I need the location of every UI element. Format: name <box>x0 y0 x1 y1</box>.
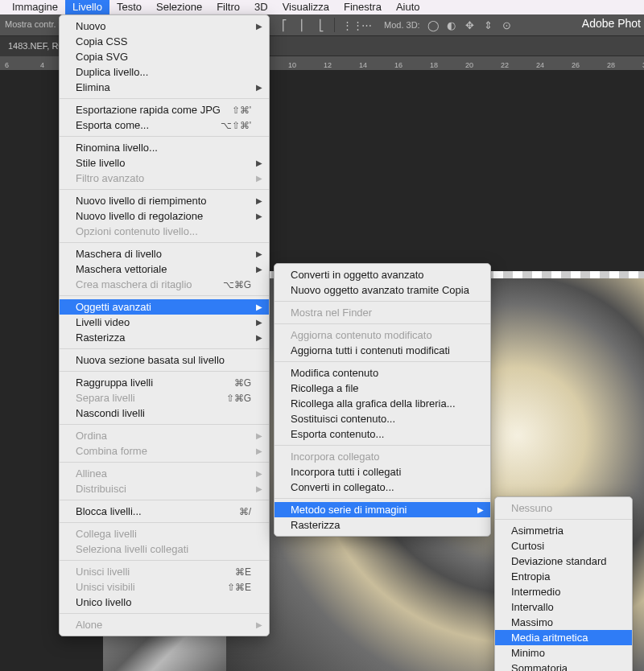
menu-item-label: Nuovo <box>76 20 106 32</box>
menubar-item-immagine[interactable]: Immagine <box>5 0 65 14</box>
menubar-item-3d[interactable]: 3D <box>247 0 275 14</box>
menu-item-label: Massimo <box>511 616 553 628</box>
align-right-icon[interactable]: ⎣ <box>316 19 327 31</box>
orbit-icon[interactable]: ◯ <box>427 19 439 31</box>
menu-item-label: Aggiorna tutti i contenuti modificati <box>291 344 450 356</box>
layer-menu-item[interactable]: Duplica livello... <box>60 64 269 80</box>
layer-menu-item[interactable]: Copia SVG <box>60 49 269 64</box>
layer-menu-item[interactable]: Blocca livelli...⌘/ <box>60 504 269 519</box>
menu-separator <box>60 371 269 372</box>
stack-mode-item[interactable]: Deviazione standard <box>495 554 632 569</box>
menu-item-label: Aggiorna contenuto modificato <box>291 329 432 341</box>
menu-item-label: Unisci livelli <box>76 566 130 578</box>
menu-item-label: Distribuisci <box>76 483 126 495</box>
stack-mode-item[interactable]: Intermedio <box>495 584 632 599</box>
roll-icon[interactable]: ◐ <box>446 19 457 31</box>
menu-separator <box>275 445 490 446</box>
smart-objects-item[interactable]: Metodo serie di immagini▶ <box>275 502 490 517</box>
layer-menu-item[interactable]: Esportazione rapida come JPG⇧⌘' <box>60 102 269 117</box>
stack-mode-item[interactable]: Minimo <box>495 645 632 661</box>
smart-objects-item[interactable]: Ricollega a file <box>275 381 490 396</box>
layer-menu-item: Alone▶ <box>60 617 269 632</box>
layer-menu-item[interactable]: Unico livello <box>60 595 269 610</box>
layer-menu-item[interactable]: Copia CSS <box>60 34 269 49</box>
layer-menu-item[interactable]: Nuovo livello di riempimento▶ <box>60 193 269 208</box>
stack-mode-item[interactable]: Entropia <box>495 569 632 584</box>
menu-shortcut: ⌘E <box>235 566 251 578</box>
menu-shortcut: ⌘G <box>234 377 251 389</box>
menu-item-label: Converti in collegato... <box>291 481 394 493</box>
menubar-item-testo[interactable]: Testo <box>109 0 149 14</box>
submenu-arrow-icon: ▶ <box>256 22 262 31</box>
menu-separator <box>60 500 269 500</box>
stack-mode-item[interactable]: Asimmetria <box>495 523 632 538</box>
smart-objects-item[interactable]: Nuovo oggetto avanzato tramite Copia <box>275 282 490 298</box>
stack-mode-item[interactable]: Massimo <box>495 615 632 630</box>
ruler-tick: 4 <box>40 61 44 69</box>
menu-item-label: Entropia <box>511 570 550 582</box>
menubar-item-filtro[interactable]: Filtro <box>209 0 247 14</box>
layer-menu-item[interactable]: Nuova sezione basata sul livello <box>60 352 269 368</box>
align-left-icon[interactable]: ⎡ <box>279 19 290 31</box>
smart-objects-item[interactable]: Incorpora tutti i collegati <box>275 464 490 480</box>
ruler-tick: 20 <box>465 61 473 69</box>
menu-item-label: Maschera di livello <box>76 248 162 260</box>
align-center-icon[interactable]: ⎢ <box>297 19 308 31</box>
menubar-item-finestra[interactable]: Finestra <box>336 0 389 14</box>
slide-icon[interactable]: ⇕ <box>483 19 494 31</box>
layer-menu-item[interactable]: Rinomina livello... <box>60 140 269 155</box>
submenu-arrow-icon: ▶ <box>256 174 262 183</box>
arrange-icon[interactable]: ⋮⋮ <box>342 19 353 31</box>
menu-item-label: Nuova sezione basata sul livello <box>76 354 225 366</box>
smart-objects-item[interactable]: Esporta contenuto... <box>275 426 490 442</box>
layer-menu-item[interactable]: Livelli video▶ <box>60 315 269 330</box>
menu-item-label: Collega livelli <box>76 528 137 540</box>
layer-menu-item[interactable]: Oggetti avanzati▶ <box>60 299 269 315</box>
layer-menu-item[interactable]: Raggruppa livelli⌘G <box>60 375 269 390</box>
more-icon[interactable]: ⋯ <box>361 19 372 31</box>
ruler-tick: 26 <box>572 61 580 69</box>
menubar-item-visualizza[interactable]: Visualizza <box>275 0 336 14</box>
layer-menu-item[interactable]: Esporta come...⌥⇧⌘' <box>60 117 269 133</box>
layer-menu-item: Crea maschera di ritaglio⌥⌘G <box>60 277 269 292</box>
smart-objects-item: Incorpora collegato <box>275 449 490 464</box>
stack-mode-item[interactable]: Media aritmetica <box>495 630 632 645</box>
menu-item-label: Metodo serie di immagini <box>291 504 407 516</box>
smart-objects-item[interactable]: Ricollega alla grafica della libreria... <box>275 396 490 411</box>
menubar-item-selezione[interactable]: Selezione <box>149 0 209 14</box>
layer-menu-item[interactable]: Nuovo livello di regolazione▶ <box>60 208 269 224</box>
submenu-arrow-icon: ▶ <box>256 431 262 440</box>
smart-objects-item[interactable]: Aggiorna tutti i contenuti modificati <box>275 343 490 358</box>
layer-menu-item[interactable]: Nascondi livelli <box>60 405 269 421</box>
menu-item-label: Esporta come... <box>76 119 149 131</box>
menu-item-label: Sostituisci contenuto... <box>291 413 395 425</box>
layer-menu-item[interactable]: Nuovo▶ <box>60 19 269 34</box>
menu-item-label: Raggruppa livelli <box>76 377 153 389</box>
stack-mode-item[interactable]: Sommatoria <box>495 661 632 671</box>
menu-item-label: Maschera vettoriale <box>76 263 167 275</box>
smart-objects-item[interactable]: Sostituisci contenuto... <box>275 411 490 426</box>
menubar-item-aiuto[interactable]: Aiuto <box>389 0 427 14</box>
layer-menu-item[interactable]: Elimina▶ <box>60 80 269 95</box>
zoom-icon[interactable]: ⊙ <box>502 19 513 31</box>
menu-separator <box>60 242 269 243</box>
menubar-item-livello[interactable]: Livello <box>65 0 109 14</box>
menu-item-label: Nascondi livelli <box>76 407 145 419</box>
layer-menu-item[interactable]: Maschera di livello▶ <box>60 246 269 261</box>
menu-separator <box>275 361 490 362</box>
layer-menu-item[interactable]: Stile livello▶ <box>60 155 269 171</box>
layer-menu-item[interactable]: Rasterizza▶ <box>60 330 269 345</box>
ruler-tick: 28 <box>607 61 615 69</box>
smart-objects-item[interactable]: Converti in collegato... <box>275 480 490 495</box>
layer-menu-item[interactable]: Maschera vettoriale▶ <box>60 261 269 277</box>
smart-objects-item[interactable]: Rasterizza <box>275 517 490 533</box>
pan-icon[interactable]: ✥ <box>464 19 476 31</box>
smart-objects-item[interactable]: Modifica contenuto <box>275 365 490 381</box>
layer-menu-item: Opzioni contenuto livello... <box>60 224 269 239</box>
app-name: Adobe Phot <box>582 17 641 30</box>
layer-menu-item: Allinea▶ <box>60 466 269 481</box>
menu-item-label: Filtro avanzato <box>76 172 144 184</box>
stack-mode-item[interactable]: Curtosi <box>495 538 632 554</box>
smart-objects-item[interactable]: Converti in oggetto avanzato <box>275 267 490 282</box>
stack-mode-item[interactable]: Intervallo <box>495 599 632 615</box>
